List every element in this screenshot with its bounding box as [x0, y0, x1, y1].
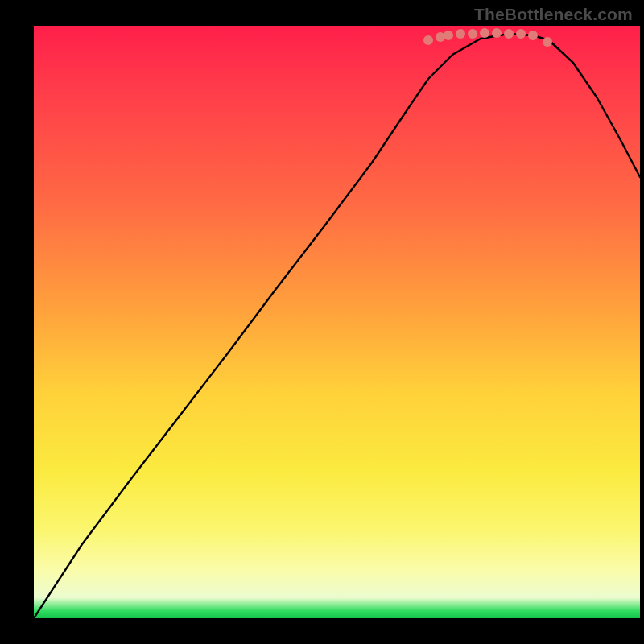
- watermark-text: TheBottleneck.com: [474, 5, 633, 24]
- valley-marker-dot: [516, 29, 526, 39]
- valley-marker-dot: [444, 31, 453, 40]
- curve-layer: [34, 26, 640, 618]
- valley-marker-dot: [543, 37, 552, 47]
- valley-marker-dot: [528, 31, 538, 40]
- chart-frame: TheBottleneck.com: [0, 0, 644, 644]
- valley-marker-dot: [423, 35, 433, 45]
- plot-area: [34, 26, 640, 618]
- valley-marker-dot: [456, 29, 465, 39]
- bottleneck-curve: [34, 34, 640, 618]
- valley-marker-dot: [504, 29, 514, 39]
- valley-marker-dot: [468, 29, 477, 39]
- valley-marker-dot: [492, 28, 502, 38]
- valley-marker-dot: [480, 28, 489, 38]
- valley-marker-dot: [436, 32, 445, 42]
